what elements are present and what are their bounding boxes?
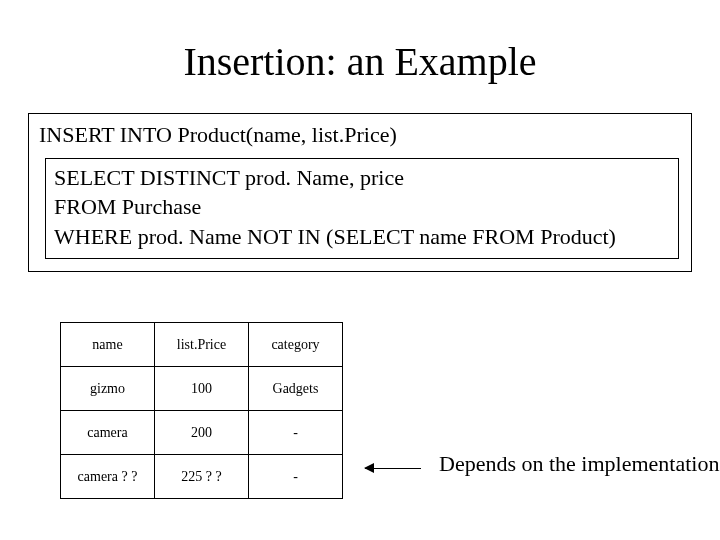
sql-from-line: FROM Purchase xyxy=(54,192,670,222)
cell: 200 xyxy=(155,411,249,455)
arrow-left-icon xyxy=(365,468,421,469)
implementation-note: Depends on the implementation xyxy=(439,451,719,477)
sql-insert-line: INSERT INTO Product(name, list.Price) xyxy=(39,120,681,150)
sql-where-line: WHERE prod. Name NOT IN (SELECT name FRO… xyxy=(54,222,670,252)
table-header-row: name list.Price category xyxy=(61,323,343,367)
cell: gizmo xyxy=(61,367,155,411)
col-listprice: list.Price xyxy=(155,323,249,367)
cell: camera ? ? xyxy=(61,455,155,499)
slide-title: Insertion: an Example xyxy=(0,38,720,85)
sql-select-line: SELECT DISTINCT prod. Name, price xyxy=(54,163,670,193)
cell: 100 xyxy=(155,367,249,411)
arrow-annotation: Depends on the implementation xyxy=(365,451,719,485)
lower-section: name list.Price category gizmo 100 Gadge… xyxy=(60,322,719,499)
cell: 225 ? ? xyxy=(155,455,249,499)
col-category: category xyxy=(249,323,343,367)
cell: Gadgets xyxy=(249,367,343,411)
sql-inner-box: SELECT DISTINCT prod. Name, price FROM P… xyxy=(45,158,679,259)
sql-container: INSERT INTO Product(name, list.Price) SE… xyxy=(28,113,692,272)
table-row: gizmo 100 Gadgets xyxy=(61,367,343,411)
cell: camera xyxy=(61,411,155,455)
product-table: name list.Price category gizmo 100 Gadge… xyxy=(60,322,343,499)
col-name: name xyxy=(61,323,155,367)
cell: - xyxy=(249,455,343,499)
table-row: camera 200 - xyxy=(61,411,343,455)
cell: - xyxy=(249,411,343,455)
table-row: camera ? ? 225 ? ? - xyxy=(61,455,343,499)
sql-outer-box: INSERT INTO Product(name, list.Price) SE… xyxy=(28,113,692,272)
